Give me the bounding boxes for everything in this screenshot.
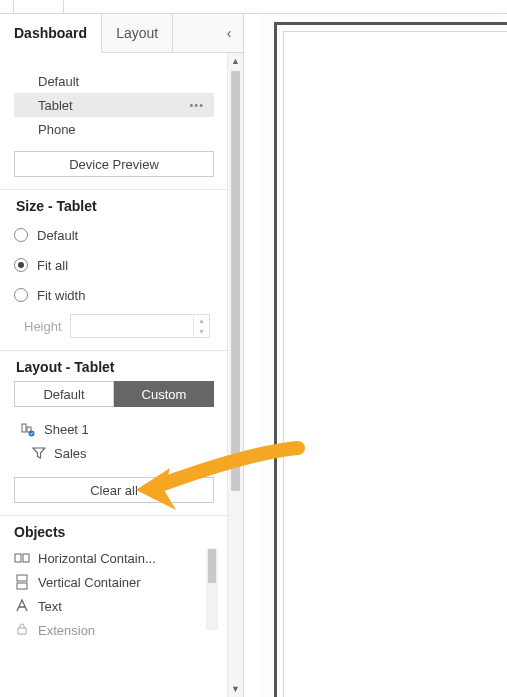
dashboard-side-panel: Dashboard Layout ‹ Default Tablet ••• Ph… bbox=[0, 14, 244, 697]
objects-list: Horizontal Contain... Vertical Container… bbox=[14, 546, 214, 642]
toolbar-strip bbox=[0, 0, 507, 14]
layout-item-sales[interactable]: Sales bbox=[14, 441, 214, 465]
size-section: Size - Tablet Default Fit all Fit width … bbox=[0, 190, 228, 351]
scroll-up-icon[interactable]: ▲ bbox=[228, 53, 243, 69]
object-label: Text bbox=[38, 599, 62, 614]
height-label: Height bbox=[14, 319, 70, 334]
radio-label: Default bbox=[37, 228, 78, 243]
vertical-container-icon bbox=[14, 574, 30, 590]
object-label: Horizontal Contain... bbox=[38, 551, 156, 566]
svg-rect-6 bbox=[17, 583, 27, 589]
layout-item-sheet1[interactable]: Sheet 1 bbox=[14, 417, 214, 441]
device-list: Default Tablet ••• Phone bbox=[14, 69, 214, 141]
objects-section-title: Objects bbox=[14, 524, 214, 540]
device-label: Tablet bbox=[38, 98, 73, 113]
radio-icon bbox=[14, 228, 28, 242]
toolbar-cell bbox=[14, 0, 64, 13]
svg-rect-0 bbox=[22, 424, 26, 432]
scroll-thumb[interactable] bbox=[231, 71, 240, 491]
extension-icon bbox=[14, 622, 30, 638]
layout-section: Layout - Tablet Default Custom Sheet 1 S… bbox=[0, 351, 228, 516]
object-label: Extension bbox=[38, 623, 95, 638]
object-horizontal-container[interactable]: Horizontal Contain... bbox=[14, 546, 214, 570]
layout-item-label: Sheet 1 bbox=[44, 422, 89, 437]
panel-body: Default Tablet ••• Phone Device Preview … bbox=[0, 53, 228, 697]
filter-icon bbox=[32, 446, 46, 460]
canvas-inner bbox=[283, 31, 507, 697]
worksheet-icon bbox=[20, 421, 36, 437]
stepper-up-icon: ▲ bbox=[194, 315, 209, 326]
device-label: Phone bbox=[38, 122, 76, 137]
svg-rect-3 bbox=[15, 554, 21, 562]
layout-item-label: Sales bbox=[54, 446, 87, 461]
device-label: Default bbox=[38, 74, 79, 89]
horizontal-container-icon bbox=[14, 550, 30, 566]
height-stepper: ▲ ▼ bbox=[193, 315, 209, 337]
layout-default-button[interactable]: Default bbox=[14, 381, 114, 407]
object-text[interactable]: Text bbox=[14, 594, 214, 618]
radio-icon bbox=[14, 258, 28, 272]
object-label: Vertical Container bbox=[38, 575, 141, 590]
size-default-option[interactable]: Default bbox=[14, 220, 214, 250]
size-section-title: Size - Tablet bbox=[16, 198, 214, 214]
layout-custom-button[interactable]: Custom bbox=[114, 381, 214, 407]
radio-label: Fit all bbox=[37, 258, 68, 273]
objects-section: Objects Horizontal Contain... Vertical C… bbox=[0, 516, 228, 646]
object-extension[interactable]: Extension bbox=[14, 618, 214, 642]
layout-mode-toggle: Default Custom bbox=[14, 381, 214, 407]
scroll-down-icon[interactable]: ▼ bbox=[228, 681, 243, 697]
layout-section-title: Layout - Tablet bbox=[16, 359, 214, 375]
stepper-down-icon: ▼ bbox=[194, 326, 209, 337]
svg-rect-4 bbox=[23, 554, 29, 562]
size-fit-all-option[interactable]: Fit all bbox=[14, 250, 214, 280]
device-default[interactable]: Default bbox=[14, 69, 214, 93]
device-tablet[interactable]: Tablet ••• bbox=[14, 93, 214, 117]
size-fit-width-option[interactable]: Fit width bbox=[14, 280, 214, 310]
device-preview-button[interactable]: Device Preview bbox=[14, 151, 214, 177]
radio-icon bbox=[14, 288, 28, 302]
panel-scrollbar[interactable]: ▲ ▼ bbox=[227, 53, 243, 697]
device-frame bbox=[274, 22, 507, 697]
height-input: ▲ ▼ bbox=[70, 314, 210, 338]
scroll-thumb[interactable] bbox=[208, 549, 216, 583]
text-icon bbox=[14, 598, 30, 614]
tab-dashboard[interactable]: Dashboard bbox=[0, 14, 102, 53]
tab-layout[interactable]: Layout bbox=[102, 14, 173, 52]
panel-tabbar: Dashboard Layout ‹ bbox=[0, 14, 243, 53]
radio-label: Fit width bbox=[37, 288, 85, 303]
toolbar-cell bbox=[0, 0, 14, 13]
more-icon[interactable]: ••• bbox=[189, 99, 204, 111]
size-height-row: Height ▲ ▼ bbox=[14, 314, 214, 338]
clear-all-button[interactable]: Clear all bbox=[14, 477, 214, 503]
svg-rect-5 bbox=[17, 575, 27, 581]
dashboard-canvas[interactable] bbox=[260, 14, 500, 697]
object-vertical-container[interactable]: Vertical Container bbox=[14, 570, 214, 594]
objects-scrollbar[interactable] bbox=[206, 548, 218, 630]
device-phone[interactable]: Phone bbox=[14, 117, 214, 141]
panel-collapse-button[interactable]: ‹ bbox=[215, 14, 243, 52]
device-section: Default Tablet ••• Phone Device Preview bbox=[0, 53, 228, 190]
